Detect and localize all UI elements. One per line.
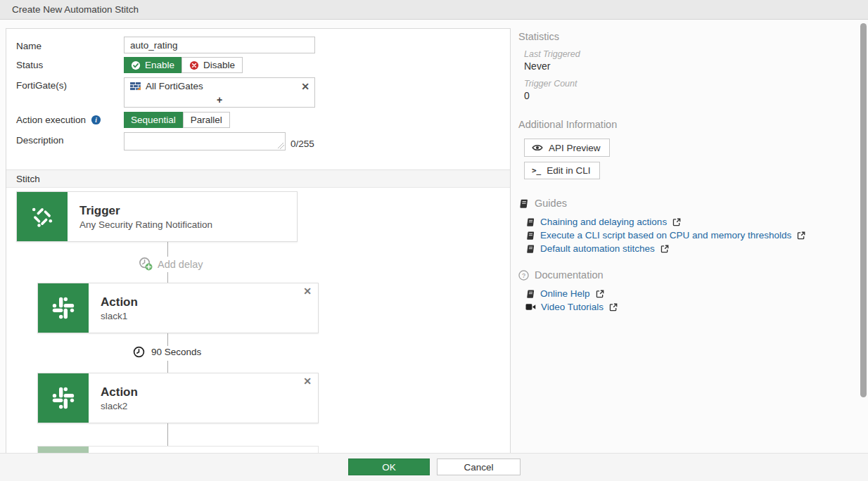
info-icon[interactable]: i [91,115,101,125]
action-execution-label: Action execution [16,115,86,125]
action-card[interactable]: Action slack1 ✕ [37,283,319,333]
stitch-form-panel: Name Status Enable Disable FortiGate(s) [6,28,511,457]
external-link-icon [796,231,806,240]
delay-value-label: 90 Seconds [151,347,201,357]
trigger-icon-area [17,192,68,241]
terminal-icon: >_ [532,166,541,175]
action-title: Action [101,295,138,309]
guides-header: Guides [518,198,855,209]
parallel-label: Parallel [191,115,222,125]
slack-icon [50,295,77,321]
action-card-body: Action slack2 [89,373,138,423]
ok-button[interactable]: OK [348,458,430,475]
status-label: Status [16,60,43,70]
external-link-icon [608,302,618,312]
book-icon [525,231,535,240]
doc-link[interactable]: Video Tutorials [541,302,604,312]
add-delay-button[interactable]: Add delay [139,257,203,271]
action-title: Action [101,385,138,399]
book-icon [525,217,535,227]
page-title: Create New Automation Stitch [12,4,139,15]
last-triggered-value: Never [524,60,855,72]
add-delay-label: Add delay [158,259,203,270]
fortigates-entry[interactable]: All FortiGates ✕ [125,78,314,94]
resize-grip-icon[interactable] [278,143,284,149]
guide-link-row: Execute a CLI script based on CPU and me… [525,230,855,240]
action-card[interactable]: Action slack2 ✕ [37,373,319,423]
dialog-titlebar: Create New Automation Stitch [0,0,868,20]
status-disable-label: Disable [203,60,235,70]
status-disable-button[interactable]: Disable [181,57,243,73]
stitch-trigger-icon [30,204,55,229]
name-input[interactable] [124,37,315,53]
external-link-icon [660,244,670,254]
fortigates-field: All FortiGates ✕ + [124,77,315,108]
name-label: Name [16,41,42,51]
guide-link[interactable]: Execute a CLI script based on CPU and me… [540,230,791,240]
edit-in-cli-button[interactable]: >_ Edit in CLI [524,162,600,179]
connector-line [167,242,168,257]
book-icon [518,198,529,209]
action-execution-row: Action execution i [16,115,101,125]
status-enable-label: Enable [145,60,174,70]
action-subtitle: slack1 [101,311,138,321]
fortigates-remove-icon[interactable]: ✕ [301,81,309,92]
trigger-card[interactable]: Trigger Any Security Rating Notification [16,191,298,242]
fortigates-add-button[interactable]: + [125,94,314,106]
action-card-body: Action slack1 [89,283,138,333]
trigger-count-value: 0 [524,90,855,101]
book-icon [525,289,535,299]
description-label: Description [16,135,64,146]
external-link-icon [672,217,682,227]
api-preview-button[interactable]: API Preview [524,139,610,157]
sequential-label: Sequential [131,115,176,125]
external-link-icon [595,289,605,299]
description-char-counter: 0/255 [291,139,314,149]
guide-link[interactable]: Chaining and delaying actions [540,217,667,227]
connector-line [167,423,168,446]
guide-link[interactable]: Default automation stitches [540,243,655,254]
trigger-card-body: Trigger Any Security Rating Notification [68,192,212,241]
slack-icon [50,385,77,411]
delay-indicator[interactable]: 90 Seconds [133,346,201,358]
sequential-button[interactable]: Sequential [124,112,183,128]
action-subtitle: slack2 [101,401,138,411]
scrollbar-thumb[interactable] [860,23,867,397]
add-delay-clock-icon [139,257,153,271]
stitch-section-title: Stitch [16,174,40,184]
cancel-button[interactable]: Cancel [437,458,521,475]
connector-line [167,361,168,373]
fortigates-label: FortiGate(s) [16,80,67,91]
parallel-button[interactable]: Parallel [183,112,230,128]
trigger-count-label: Trigger Count [524,79,855,89]
status-toggle: Enable Disable [124,57,243,73]
documentation-header: ? Documentation [518,269,855,281]
trigger-title: Trigger [79,204,212,218]
doc-link-row: Video Tutorials [525,302,855,312]
connector-line [167,333,168,346]
book-icon [525,244,535,254]
api-preview-label: API Preview [549,143,601,153]
action-execution-toggle: Sequential Parallel [124,112,230,128]
dialog-footer: OK Cancel [0,453,868,481]
remove-action-icon[interactable]: ✕ [303,376,312,387]
x-circle-icon [189,60,199,70]
guides-title: Guides [535,198,567,209]
trigger-subtitle: Any Security Rating Notification [79,219,212,230]
connector-line [167,272,168,283]
svg-text:?: ? [522,271,525,278]
guide-link-row: Chaining and delaying actions [525,217,855,227]
action-icon-area [38,373,89,423]
description-textarea[interactable] [124,132,286,150]
doc-link[interactable]: Online Help [540,288,590,299]
status-enable-button[interactable]: Enable [124,57,181,73]
additional-info-title: Additional Information [518,119,855,130]
documentation-title: Documentation [535,269,604,281]
guide-link-row: Default automation stitches [525,243,855,254]
info-sidebar: Statistics Last Triggered Never Trigger … [518,28,855,315]
statistics-title: Statistics [518,31,855,42]
remove-action-icon[interactable]: ✕ [303,286,312,297]
doc-link-row: Online Help [525,288,855,299]
svg-text:i: i [95,117,97,124]
question-circle-icon: ? [518,270,529,281]
